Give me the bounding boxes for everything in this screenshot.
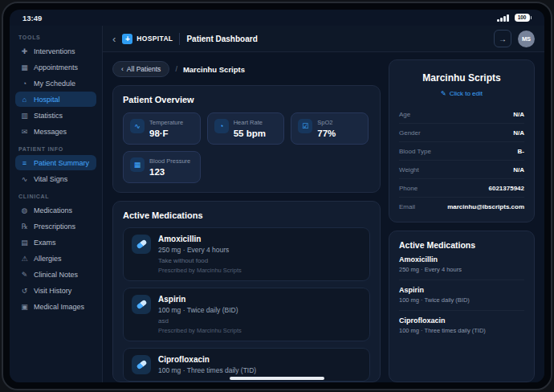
edit-label: Click to edit xyxy=(450,90,483,97)
summary-icon: ≡ xyxy=(20,159,29,167)
field-label: Blood Type xyxy=(399,148,431,155)
medication-prescriber: Prescribed by Marcinhu Scripts xyxy=(158,327,242,334)
field-phone: Phone 6021375942 xyxy=(399,179,524,198)
medication-name: Aspirin xyxy=(158,295,242,304)
breadcrumb-separator: / xyxy=(175,65,177,73)
sidebar-item-appointments[interactable]: ▦ Appointments xyxy=(15,59,96,75)
sign-out-button[interactable]: → xyxy=(494,30,511,47)
sidebar-item-interventions[interactable]: ✚ Interventions xyxy=(15,43,96,59)
patient-name: Marcinhu Scripts xyxy=(399,72,524,84)
sidebar-item-label: Exams xyxy=(34,239,56,247)
field-weight: Weight N/A xyxy=(399,161,524,179)
breadcrumb: ‹ All Patients / Marcinhu Scripts xyxy=(112,61,381,77)
medication-item[interactable]: Amoxicillin 250 mg · Every 4 hours Take … xyxy=(123,227,370,281)
click-to-edit-link[interactable]: ✎ Click to edit xyxy=(399,90,524,97)
pill-icon xyxy=(132,235,151,254)
medication-dose: 250 mg · Every 4 hours xyxy=(158,246,242,254)
sidebar-item-clinical-notes[interactable]: ✎ Clinical Notes xyxy=(15,267,96,282)
brand-name: HOSPITAL xyxy=(136,35,173,43)
medication-dose: 250 mg · Every 4 hours xyxy=(399,266,524,273)
signal-icon xyxy=(497,14,509,22)
field-label: Age xyxy=(399,111,410,118)
sidebar-item-vital-signs[interactable]: ∿ Vital Signs xyxy=(15,171,96,186)
sidebar-item-allergies[interactable]: ⚠ Allergies xyxy=(15,251,96,266)
sidebar-item-exams[interactable]: ▤ Exams xyxy=(15,235,96,250)
sidebar-item-visit-history[interactable]: ↺ Visit History xyxy=(15,283,96,298)
battery-nub-icon xyxy=(531,16,532,19)
all-patients-label: All Patients xyxy=(127,65,161,73)
sidebar: TOOLS ✚ Interventions ▦ Appointments ◔ M… xyxy=(10,26,103,382)
sidebar-section-tools: TOOLS xyxy=(18,35,93,40)
sidebar-item-label: Hospital xyxy=(34,96,60,104)
sidebar-item-label: Medical Images xyxy=(34,303,84,311)
all-patients-button[interactable]: ‹ All Patients xyxy=(112,61,169,77)
battery-level: 100 xyxy=(515,14,530,22)
medication-dose: 100 mg · Three times daily (TID) xyxy=(158,366,256,374)
sidebar-item-medications[interactable]: ◍ Medications xyxy=(15,202,96,218)
medication-name: Ciprofloxacin xyxy=(399,316,524,325)
field-age: Age N/A xyxy=(399,105,524,124)
sidebar-item-statistics[interactable]: ▥ Statistics xyxy=(15,108,96,123)
medication-prescriber: Prescribed by Marcinhu Scripts xyxy=(158,267,242,274)
medication-dose: 100 mg · Three times daily (TID) xyxy=(399,327,524,334)
metric-label: Blood Pressure xyxy=(149,157,190,165)
tablet-frame: 13:49 100 TOOLS ✚ Interventions ▦ Appo xyxy=(2,2,552,390)
sidebar-item-medical-images[interactable]: ▣ Medical Images xyxy=(15,299,96,314)
medication-item[interactable]: Aspirin 100 mg · Twice daily (BID) asd P… xyxy=(123,288,370,341)
sidebar-item-messages[interactable]: ✉ Messages xyxy=(15,124,96,139)
clock: 13:49 xyxy=(22,14,42,22)
metric-value: 123 xyxy=(149,167,190,177)
envelope-icon: ✉ xyxy=(20,128,29,136)
pencil-icon: ✎ xyxy=(20,271,29,279)
image-icon: ▣ xyxy=(20,303,29,311)
temperature-icon: ∿ xyxy=(130,119,145,133)
metric-value: 98·F xyxy=(149,129,183,138)
sidebar-item-my-schedule[interactable]: ◔ My Schedule xyxy=(15,76,96,91)
sidebar-item-label: Visit History xyxy=(34,287,71,295)
spo2-icon: ☑ xyxy=(298,119,312,133)
sidebar-item-label: Statistics xyxy=(34,112,63,120)
breadcrumb-current: Marcinhu Scripts xyxy=(183,65,245,74)
edit-pencil-icon: ✎ xyxy=(441,90,446,97)
metric-label: Temperature xyxy=(149,119,183,126)
medication-dose: 100 mg · Twice daily (BID) xyxy=(158,306,242,314)
sidebar-item-label: Vital Signs xyxy=(34,175,67,183)
metric-temperature: ∿ Temperature 98·F xyxy=(123,112,201,145)
app-header: ‹ + HOSPITAL Patient Dashboard → MS xyxy=(103,26,544,52)
metric-value: 77% xyxy=(317,129,336,138)
sidebar-item-prescriptions[interactable]: ℞ Prescriptions xyxy=(15,218,96,234)
sidebar-item-label: Messages xyxy=(34,128,67,136)
meds-summary-item: Ciprofloxacin 100 mg · Three times daily… xyxy=(399,311,524,341)
heart-rate-icon: ◔ xyxy=(214,119,229,133)
blood-pressure-icon: ▦ xyxy=(130,157,145,172)
battery-icon: 100 xyxy=(515,14,532,22)
sidebar-item-label: My Schedule xyxy=(34,80,75,88)
field-label: Gender xyxy=(399,129,421,137)
field-value: N/A xyxy=(513,166,524,174)
prescription-icon: ℞ xyxy=(20,223,29,231)
patient-info-card: Marcinhu Scripts ✎ Click to edit Age N/A xyxy=(389,59,535,223)
field-value: N/A xyxy=(513,129,524,137)
header-divider xyxy=(179,33,180,45)
sidebar-item-hospital[interactable]: ⌂ Hospital xyxy=(15,92,96,107)
sidebar-item-label: Medications xyxy=(34,206,72,214)
sign-out-icon: → xyxy=(499,35,507,43)
overview-title: Patient Overview xyxy=(123,95,370,104)
metrics-grid: ∿ Temperature 98·F ◔ Heart Rate xyxy=(123,112,370,183)
metric-label: SpO2 xyxy=(317,119,336,126)
patient-fields: Age N/A Gender N/A Blood Type B- xyxy=(399,105,524,212)
home-indicator[interactable] xyxy=(230,377,324,380)
medication-name: Amoxicillin xyxy=(158,235,242,243)
back-button[interactable]: ‹ xyxy=(112,33,116,45)
field-value: N/A xyxy=(513,111,524,118)
sidebar-item-patient-summary[interactable]: ≡ Patient Summary xyxy=(15,155,96,170)
history-icon: ↺ xyxy=(20,287,29,295)
avatar[interactable]: MS xyxy=(518,31,535,47)
metric-heart-rate: ◔ Heart Rate 55 bpm xyxy=(207,112,285,145)
sidebar-item-label: Clinical Notes xyxy=(34,271,78,279)
medication-dose: 100 mg · Twice daily (BID) xyxy=(399,296,524,304)
medication-name: Aspirin xyxy=(399,286,524,294)
field-email: Email marcinhu@ibscripts.com xyxy=(399,198,524,212)
pulse-icon: ∿ xyxy=(20,175,29,183)
field-blood-type: Blood Type B- xyxy=(399,142,524,161)
